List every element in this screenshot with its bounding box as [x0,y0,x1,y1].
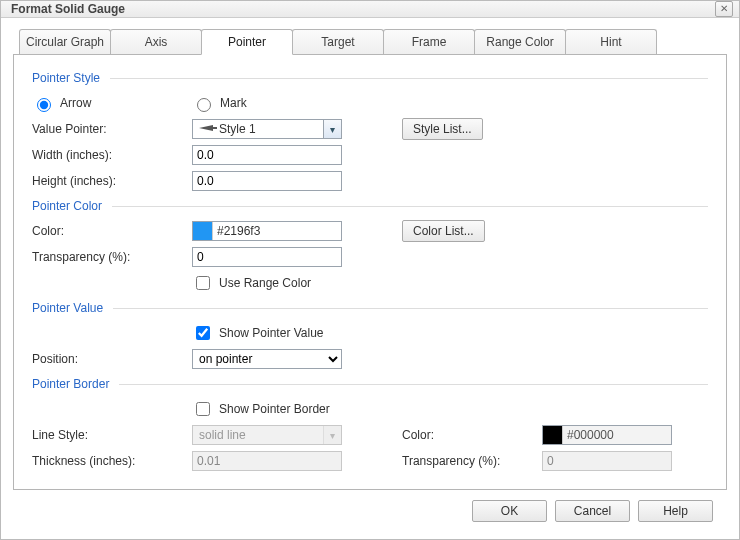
chevron-down-icon: ▾ [323,120,341,138]
divider [110,78,708,79]
line-style-value: solid line [195,428,323,442]
show-pointer-value-input[interactable] [196,326,210,340]
checkbox-label: Use Range Color [219,276,311,290]
radio-mark[interactable]: Mark [192,95,247,112]
tab-label: Range Color [486,35,553,49]
content-area: Circular Graph Axis Pointer Target Frame… [1,18,739,540]
cancel-button[interactable]: Cancel [555,500,630,522]
radio-mark-label: Mark [220,96,247,110]
ok-button[interactable]: OK [472,500,547,522]
radio-arrow-label: Arrow [60,96,91,110]
thickness-input [192,451,342,471]
use-range-color-checkbox[interactable]: Use Range Color [192,273,311,293]
radio-mark-input[interactable] [197,98,211,112]
button-label: Cancel [574,504,611,518]
show-pointer-value-checkbox[interactable]: Show Pointer Value [192,323,324,343]
value-pointer-label: Value Pointer: [32,122,192,136]
color-swatch [193,222,213,240]
section-label: Pointer Border [32,377,109,391]
show-pointer-border-checkbox[interactable]: Show Pointer Border [192,399,330,419]
section-pointer-value: Pointer Value [32,301,708,315]
transparency-input[interactable] [192,247,342,267]
height-label: Height (inches): [32,174,192,188]
dialog-footer: OK Cancel Help [13,490,727,532]
value-pointer-combo[interactable]: Style 1 ▾ [192,119,342,139]
tab-circular-graph[interactable]: Circular Graph [19,29,111,55]
svg-marker-0 [199,125,213,131]
line-style-label: Line Style: [32,428,192,442]
thickness-label: Thickness (inches): [32,454,192,468]
section-label: Pointer Color [32,199,102,213]
color-value: #000000 [563,428,671,442]
titlebar: Format Solid Gauge ✕ [1,1,739,18]
divider [112,206,708,207]
height-input[interactable] [192,171,342,191]
tab-label: Axis [145,35,168,49]
border-transparency-label: Transparency (%): [402,454,542,468]
line-style-combo: solid line ▾ [192,425,342,445]
section-label: Pointer Style [32,71,100,85]
chevron-down-icon: ▾ [323,426,341,444]
show-pointer-border-input[interactable] [196,402,210,416]
divider [113,308,708,309]
tab-range-color[interactable]: Range Color [474,29,566,55]
tab-hint[interactable]: Hint [565,29,657,55]
button-label: Style List... [413,122,472,136]
tab-panel-pointer: Pointer Style Arrow Mark Value Poi [13,54,727,490]
border-color-label: Color: [402,428,542,442]
width-input[interactable] [192,145,342,165]
radio-arrow[interactable]: Arrow [32,95,192,112]
value-pointer-value: Style 1 [219,122,323,136]
tab-axis[interactable]: Axis [110,29,202,55]
position-select[interactable]: on pointer [192,349,342,369]
color-label: Color: [32,224,192,238]
tab-label: Frame [412,35,447,49]
divider [119,384,708,385]
section-pointer-border: Pointer Border [32,377,708,391]
tab-label: Circular Graph [26,35,104,49]
section-label: Pointer Value [32,301,103,315]
section-pointer-color: Pointer Color [32,199,708,213]
color-list-button[interactable]: Color List... [402,220,485,242]
tab-label: Pointer [228,35,266,49]
tab-target[interactable]: Target [292,29,384,55]
close-icon: ✕ [720,3,728,14]
checkbox-label: Show Pointer Value [219,326,324,340]
position-label: Position: [32,352,192,366]
checkbox-label: Show Pointer Border [219,402,330,416]
dialog-window: Format Solid Gauge ✕ Circular Graph Axis… [0,0,740,540]
tab-pointer[interactable]: Pointer [201,29,293,55]
radio-arrow-input[interactable] [37,98,51,112]
window-title: Format Solid Gauge [11,2,715,16]
transparency-label: Transparency (%): [32,250,192,264]
tab-bar: Circular Graph Axis Pointer Target Frame… [19,28,727,54]
style-list-button[interactable]: Style List... [402,118,483,140]
pointer-color-field[interactable]: #2196f3 [192,221,342,241]
tab-label: Target [321,35,354,49]
help-button[interactable]: Help [638,500,713,522]
use-range-color-input[interactable] [196,276,210,290]
arrow-icon [195,122,219,136]
color-value: #2196f3 [213,224,341,238]
border-transparency-input [542,451,672,471]
color-swatch [543,426,563,444]
tab-label: Hint [600,35,621,49]
svg-rect-1 [213,127,217,129]
section-pointer-style: Pointer Style [32,71,708,85]
button-label: OK [501,504,518,518]
width-label: Width (inches): [32,148,192,162]
button-label: Color List... [413,224,474,238]
border-color-field: #000000 [542,425,672,445]
tab-frame[interactable]: Frame [383,29,475,55]
close-button[interactable]: ✕ [715,1,733,17]
button-label: Help [663,504,688,518]
